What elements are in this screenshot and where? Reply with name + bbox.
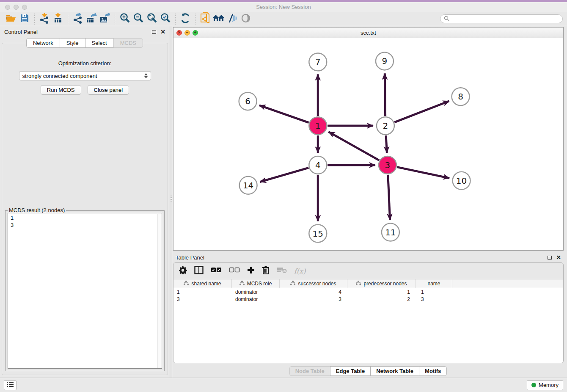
main-toolbar [0,12,567,26]
toggle-panel-icon[interactable] [194,266,204,276]
export-image-button[interactable] [98,13,112,25]
cell-successor-nodes: 4 [280,289,347,295]
table-tabs: Node TableEdge TableNetwork TableMotifs [173,365,564,377]
panel-splitter[interactable] [170,26,172,378]
graph-node-label-10: 10 [456,176,467,186]
function-builder-icon: f(x) [294,267,306,275]
search-input[interactable] [451,16,559,22]
table-row[interactable]: 3dominator323 [173,295,563,303]
run-mcds-button[interactable]: Run MCDS [41,85,81,95]
column-label: predecessor nodes [363,281,407,287]
edge-4-to-14[interactable] [260,168,308,182]
close-panel-icon[interactable]: ✕ [160,29,165,35]
network-graph: 7968124314101511 [173,38,563,250]
zoom-selected-icon [160,13,171,25]
export-table-button[interactable] [85,13,98,25]
clone-network-button[interactable] [198,13,212,25]
import-table-button[interactable] [51,13,65,25]
tree-merge-icon [184,281,189,287]
column-header-shared-name[interactable]: shared name [173,279,232,288]
delete-table-icon [277,267,287,275]
edge-3-to-11[interactable] [388,175,390,220]
zoom-selected-button[interactable] [159,13,172,25]
task-history-button[interactable] [4,380,17,390]
mcds-result-title: MCDS result (2 nodes) [8,207,66,213]
network-window-title: scc.txt [173,30,563,36]
control-panel-tabs: NetworkStyleSelectMCDS [0,38,170,48]
column-header-predecessor-nodes[interactable]: predecessor nodes [347,279,416,288]
export-image-icon [99,13,110,25]
edge-1-to-6[interactable] [259,105,309,123]
column-header-name[interactable]: name [416,279,452,288]
first-neighbors-button[interactable] [212,13,226,25]
import-network-button[interactable] [38,13,51,25]
edge-2-to-9[interactable] [385,73,385,116]
column-header-successor-nodes[interactable]: successor nodes [280,279,347,288]
cell-predecessor-nodes: 1 [347,289,416,295]
deselect-all-icon[interactable] [229,267,240,275]
clone-network-icon [200,12,210,26]
import-table-icon [53,13,63,25]
result-scrollbar[interactable] [157,214,161,368]
zoom-fit-button[interactable] [145,13,159,25]
table-panel-title: Table Panel [176,254,204,261]
close-panel-button[interactable]: Close panel [88,85,129,95]
eye-icon [240,13,251,25]
export-network-button[interactable] [71,13,85,25]
float-panel-icon[interactable] [152,30,156,34]
delete-column-icon[interactable] [262,266,270,276]
tab-style[interactable]: Style [60,38,85,48]
tab-motifs[interactable]: Motifs [419,366,447,376]
tab-edge-table[interactable]: Edge Table [330,366,371,376]
column-label: name [427,281,440,287]
refresh-button[interactable] [179,13,192,25]
toolbar-separator [34,14,35,25]
mcds-result-textarea[interactable]: 1 3 [8,213,162,369]
open-folder-icon [6,13,17,25]
criterion-dropdown[interactable]: strongly connected component [19,71,151,80]
network-canvas[interactable]: 7968124314101511 [173,38,563,250]
memory-button[interactable]: Memory [527,380,563,390]
application-window: Session: New Session [0,0,567,392]
tab-network-table[interactable]: Network Table [370,366,419,376]
graph-node-label-9: 9 [382,56,388,66]
refresh-icon [180,13,190,25]
table-toolbar: f(x) [173,263,563,279]
tab-node-table[interactable]: Node Table [289,366,330,376]
show-all-button[interactable] [239,13,253,25]
hide-selected-button[interactable] [226,13,239,25]
toolbar-separator [195,14,195,25]
float-table-panel-icon[interactable] [548,256,552,259]
zoom-out-button[interactable] [132,13,145,25]
graph-node-label-6: 6 [245,96,250,106]
column-header-mcds-role[interactable]: MCDS role [232,279,280,288]
edge-3-to-10[interactable] [397,167,449,178]
cell-successor-nodes: 3 [280,296,347,302]
zoom-in-button[interactable] [118,13,132,25]
save-session-button[interactable] [18,13,31,25]
add-column-icon[interactable] [247,266,255,276]
save-floppy-icon [19,13,30,25]
node-table[interactable]: shared nameMCDS rolesuccessor nodesprede… [173,279,563,363]
open-session-button[interactable] [4,13,18,25]
network-window-titlebar[interactable]: × − + scc.txt [173,28,563,38]
edge-2-to-3[interactable] [386,135,387,153]
graph-node-label-8: 8 [458,91,463,102]
select-all-icon[interactable] [211,267,222,275]
tab-select[interactable]: Select [85,38,114,48]
graph-node-label-1: 1 [315,121,321,131]
window-titlebar[interactable]: Session: New Session [0,2,567,12]
edge-3-to-1[interactable] [328,132,379,160]
graph-node-label-14: 14 [243,180,253,190]
settings-gear-icon[interactable] [179,266,187,276]
close-table-panel-icon[interactable]: ✕ [556,254,561,260]
edge-2-to-8[interactable] [394,101,449,122]
table-row[interactable]: 1dominator411 [173,288,563,295]
column-header-filler [452,279,563,288]
tab-network[interactable]: Network [26,38,60,48]
window-title: Session: New Session [0,4,567,10]
tab-mcds[interactable]: MCDS [113,38,143,48]
search-field[interactable] [440,14,563,23]
graph-node-label-3: 3 [385,160,391,170]
mcds-result-groupbox: MCDS result (2 nodes) 1 3 [5,210,165,371]
